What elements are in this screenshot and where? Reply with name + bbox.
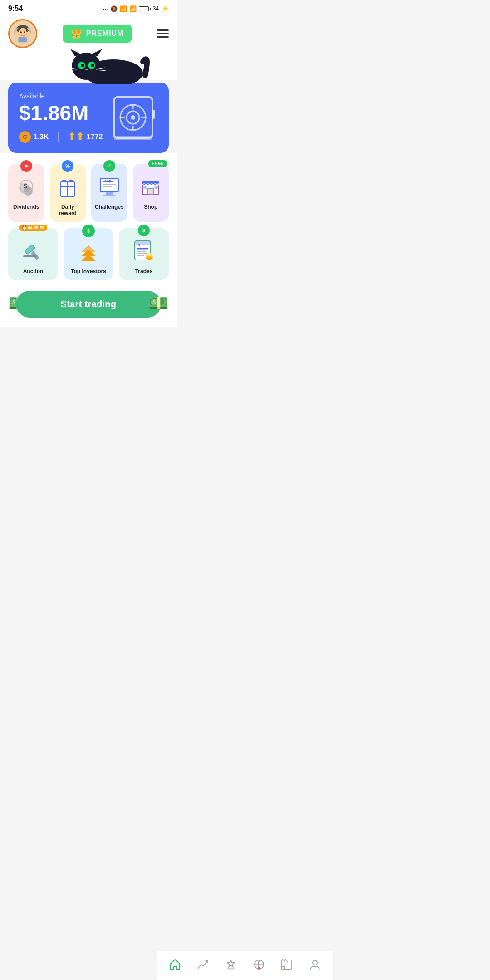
vault-icon	[112, 93, 162, 142]
svg-rect-6	[18, 37, 27, 43]
top-investors-label: Top Investors	[71, 268, 106, 274]
app-header: 👑 PREMIUM	[0, 15, 177, 53]
dividends-label: Dividends	[13, 204, 39, 210]
status-bar: 9:54 ··· 🔕 📶 📶 34 ⚡	[0, 0, 177, 15]
dots-icon: ···	[103, 5, 108, 12]
cat-svg	[59, 48, 150, 84]
svg-point-14	[91, 64, 94, 67]
timer-badge: ⏰ 04:05:53	[19, 225, 47, 231]
premium-badge[interactable]: 👑 PREMIUM	[63, 24, 132, 43]
trades-label: Trades	[135, 268, 153, 274]
top-investors-card[interactable]: $ Top Investors	[64, 228, 113, 280]
wifi-icon: 📶	[129, 5, 137, 12]
svg-rect-59	[137, 248, 148, 250]
battery-percent: 34	[153, 5, 159, 12]
auction-icon	[20, 237, 47, 265]
svg-rect-62	[137, 255, 144, 256]
rank-value: 1772	[87, 133, 103, 141]
signal-icon: 📶	[120, 5, 127, 12]
svg-point-66	[146, 253, 153, 256]
mute-icon: 🔕	[110, 5, 118, 12]
svg-text:TASK: TASK	[102, 179, 112, 183]
percent-badge: %	[62, 160, 74, 172]
trades-icon: $	[130, 237, 157, 265]
daily-reward-card[interactable]: % Daily reward	[50, 164, 86, 222]
trades-card[interactable]: $ $ Trades	[119, 228, 169, 280]
svg-rect-43	[103, 186, 112, 187]
stat-divider	[58, 132, 59, 142]
start-trading-button[interactable]: Start trading	[16, 291, 161, 318]
svg-point-5	[24, 31, 25, 33]
menu-button[interactable]	[157, 29, 169, 38]
money-right-icon: 💵	[148, 294, 169, 313]
challenges-card[interactable]: ✓ TASK Challenges	[91, 164, 127, 222]
feature-grid-1: ▶ $ Dividends %	[8, 164, 169, 222]
challenges-icon: TASK	[96, 173, 123, 200]
play-badge: ▶	[20, 160, 32, 172]
status-icons: ··· 🔕 📶 📶 34 ⚡	[103, 5, 169, 12]
svg-point-8	[72, 53, 101, 80]
shop-card[interactable]: FREE Sho	[133, 164, 169, 222]
daily-reward-label: Daily reward	[53, 204, 83, 216]
auction-card[interactable]: ⏰ 04:05:53 Auction	[8, 228, 58, 280]
svg-rect-28	[152, 110, 155, 119]
cat-decoration	[0, 53, 177, 80]
menu-line-3	[157, 36, 169, 38]
vault-svg	[112, 93, 162, 142]
rank-chevron-icon: ⬆⬆	[68, 131, 84, 143]
check-badge: ✓	[103, 160, 115, 172]
grid-section-1: ▶ $ Dividends %	[0, 153, 177, 280]
shop-label: Shop	[144, 204, 157, 210]
status-time: 9:54	[8, 5, 23, 13]
feature-grid-2: ⏰ 04:05:53 Auction $	[8, 228, 169, 280]
menu-line-2	[157, 33, 169, 34]
svg-point-4	[20, 31, 22, 33]
dividends-card[interactable]: ▶ $ Dividends	[8, 164, 44, 222]
premium-label: PREMIUM	[86, 29, 124, 38]
balance-card: Available $1.86M C 1.3K ⬆⬆ 1772	[8, 83, 169, 153]
svg-rect-60	[137, 251, 146, 252]
avatar-svg	[10, 20, 36, 47]
avatar-image	[10, 20, 36, 47]
svg-rect-56	[23, 255, 37, 257]
svg-text:$: $	[138, 243, 140, 247]
avatar[interactable]	[8, 19, 37, 48]
svg-rect-58	[135, 241, 151, 245]
challenges-label: Challenges	[95, 204, 124, 210]
svg-rect-29	[114, 136, 152, 140]
svg-rect-47	[148, 188, 153, 195]
timer-value: 04:05:53	[28, 225, 44, 230]
coins-value: 1.3K	[34, 133, 49, 141]
svg-rect-39	[106, 192, 113, 195]
charging-icon: ⚡	[161, 5, 169, 12]
svg-point-27	[131, 115, 135, 120]
crown-icon: 👑	[71, 28, 83, 39]
shop-icon	[137, 173, 164, 200]
svg-rect-40	[103, 195, 116, 196]
svg-rect-61	[137, 253, 147, 254]
dividends-icon: $	[13, 173, 40, 200]
top-investors-icon	[75, 237, 102, 265]
rank-badge: $	[82, 225, 95, 237]
trading-section: 💵 Start trading 💵	[0, 280, 177, 327]
svg-point-15	[85, 69, 88, 70]
daily-reward-icon	[54, 173, 81, 200]
svg-text:$: $	[24, 182, 27, 190]
dollar-badge: $	[138, 225, 150, 236]
free-badge: FREE	[148, 160, 167, 167]
svg-rect-42	[103, 184, 116, 185]
clock-icon: ⏰	[22, 225, 27, 230]
coin-icon: C	[19, 131, 31, 143]
blank-area	[0, 327, 177, 417]
svg-point-13	[81, 64, 84, 67]
menu-line-1	[157, 29, 169, 31]
rank-stat: ⬆⬆ 1772	[68, 131, 103, 143]
battery-icon: 34	[139, 5, 159, 12]
coins-stat: C 1.3K	[19, 131, 49, 143]
auction-label: Auction	[23, 268, 44, 274]
